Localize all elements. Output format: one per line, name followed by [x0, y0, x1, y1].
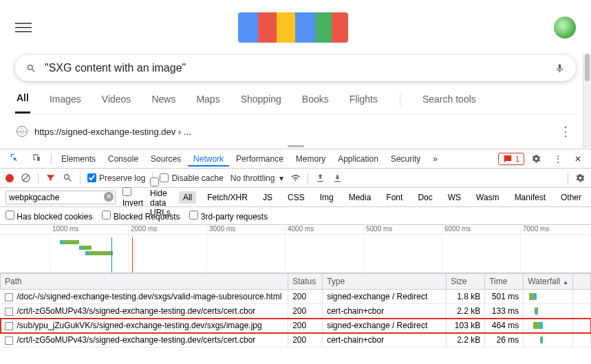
filter-type-wasm[interactable]: Wasm	[472, 191, 504, 204]
request-time: 26 ms	[485, 333, 524, 347]
row-checkbox[interactable]	[5, 308, 13, 316]
filter-type-ws[interactable]: WS	[444, 191, 465, 204]
network-conditions-icon[interactable]	[290, 173, 301, 183]
svg-line-1	[23, 175, 29, 181]
devtools-panel-tabs: Elements Console Sources Network Perform…	[0, 149, 591, 169]
col-waterfall[interactable]: Waterfall	[524, 274, 573, 290]
error-count-badge[interactable]: 1	[498, 153, 524, 165]
panel-elements[interactable]: Elements	[56, 151, 101, 167]
blocked-requests-checkbox[interactable]: Blocked Requests	[102, 211, 180, 222]
row-checkbox[interactable]	[5, 336, 13, 345]
row-checkbox[interactable]	[5, 293, 13, 301]
panel-security[interactable]: Security	[385, 151, 426, 167]
network-filter-row-2: Has blocked cookies Blocked Requests 3rd…	[0, 207, 591, 225]
import-har-icon[interactable]	[315, 173, 325, 183]
request-status: 200	[288, 319, 323, 333]
request-time: 501 ms	[485, 290, 524, 304]
filter-type-font[interactable]: Font	[382, 191, 407, 204]
mic-icon[interactable]	[555, 63, 565, 74]
filter-type-doc[interactable]: Doc	[413, 191, 436, 204]
close-devtools-icon[interactable]: ✕	[569, 151, 587, 167]
globe-icon	[17, 126, 28, 137]
col-end	[573, 274, 591, 290]
table-row[interactable]: /crt/l-zG5oMUPv43/s/signed-exchange-test…	[1, 304, 591, 319]
tab-all[interactable]: All	[15, 92, 30, 114]
panel-console[interactable]: Console	[103, 151, 144, 167]
search-icon	[26, 63, 36, 74]
filter-type-img[interactable]: Img	[316, 191, 338, 204]
tick-label: 1000 ms	[52, 225, 78, 233]
hamburger-menu[interactable]	[15, 19, 32, 36]
tab-flights[interactable]: Flights	[348, 94, 379, 113]
table-row[interactable]: /sub/ypu_jZuGukVK/s/signed-exchange-test…	[1, 319, 591, 333]
search-toggle-icon[interactable]	[63, 173, 73, 183]
clear-button[interactable]	[21, 173, 31, 183]
filter-type-js[interactable]: JS	[259, 191, 277, 204]
request-size: 1.8 kB	[447, 290, 485, 304]
table-row[interactable]: /crt/l-zG5oMUPv43/s/signed-exchange-test…	[1, 333, 591, 347]
tab-videos[interactable]: Videos	[100, 94, 133, 113]
device-toolbar-icon[interactable]	[26, 150, 47, 167]
request-path: /crt/l-zG5oMUPv43/s/signed-exchange-test…	[17, 335, 256, 345]
tab-books[interactable]: Books	[301, 94, 330, 113]
request-status: 200	[288, 290, 323, 304]
col-time[interactable]: Time	[485, 274, 524, 290]
tab-news[interactable]: News	[150, 94, 177, 113]
filter-type-css[interactable]: CSS	[283, 191, 309, 204]
col-path[interactable]: Path	[1, 274, 288, 290]
result-overflow-menu[interactable]: ⋮	[559, 124, 572, 139]
tick-label: 6000 ms	[444, 225, 471, 233]
tab-maps[interactable]: Maps	[195, 94, 221, 113]
blocked-cookies-checkbox[interactable]: Has blocked cookies	[6, 211, 92, 222]
filter-type-manifest[interactable]: Manifest	[511, 191, 550, 204]
filter-type-fetch[interactable]: Fetch/XHR	[203, 191, 252, 204]
export-har-icon[interactable]	[332, 173, 343, 183]
table-row[interactable]: /doc/-/s/signed-exchange-testing.dev/sxg…	[1, 290, 591, 304]
tick-label: 7000 ms	[523, 225, 549, 233]
settings-icon[interactable]	[526, 151, 547, 167]
inspect-element-icon[interactable]	[4, 150, 25, 167]
google-doodle[interactable]	[238, 12, 348, 43]
result-url[interactable]: https://signed-exchange-testing.dev › ..…	[34, 127, 191, 137]
more-panels-icon[interactable]: »	[427, 151, 443, 167]
request-size: 2.2 kB	[447, 304, 485, 319]
filter-type-all[interactable]: All	[179, 191, 196, 204]
account-avatar[interactable]	[554, 17, 576, 39]
row-checkbox[interactable]	[5, 322, 13, 330]
search-input[interactable]	[45, 62, 555, 74]
tab-shopping[interactable]: Shopping	[239, 94, 283, 113]
invert-checkbox[interactable]: Invert	[122, 187, 143, 208]
search-bar[interactable]	[15, 55, 576, 81]
request-type: signed-exchange / Redirect	[323, 319, 447, 333]
col-status[interactable]: Status	[288, 274, 323, 290]
panel-sources[interactable]: Sources	[145, 151, 186, 167]
filter-type-media[interactable]: Media	[345, 191, 376, 204]
third-party-checkbox[interactable]: 3rd-party requests	[189, 211, 268, 222]
panel-network[interactable]: Network	[188, 151, 229, 167]
tab-images[interactable]: Images	[48, 94, 83, 113]
network-toolbar: Preserve log Disable cache No throttling…	[0, 169, 591, 188]
request-type: cert-chain+cbor	[323, 333, 447, 347]
panel-application[interactable]: Application	[332, 151, 384, 167]
filter-input[interactable]	[6, 191, 116, 204]
panel-performance[interactable]: Performance	[230, 151, 289, 167]
request-time: 464 ms	[485, 319, 524, 333]
throttling-select[interactable]: No throttling ▾	[230, 173, 283, 183]
search-tools[interactable]: Search tools	[421, 94, 477, 113]
request-path: /sub/ypu_jZuGukVK/s/signed-exchange-test…	[17, 321, 262, 330]
filter-type-other[interactable]: Other	[557, 191, 585, 204]
preserve-log-checkbox[interactable]: Preserve log	[87, 173, 145, 183]
devtools-drag-handle[interactable]	[15, 143, 576, 149]
network-overview-timeline[interactable]: 1000 ms 2000 ms 3000 ms 4000 ms 5000 ms …	[0, 225, 591, 273]
col-size[interactable]: Size	[447, 274, 485, 290]
page-scrollbar[interactable]	[583, 54, 591, 147]
filter-toggle-icon[interactable]	[45, 173, 56, 183]
record-button[interactable]	[6, 174, 14, 182]
panel-memory[interactable]: Memory	[290, 151, 331, 167]
tick-label: 2000 ms	[131, 225, 157, 233]
network-settings-icon[interactable]	[575, 173, 585, 183]
devtools-menu-icon[interactable]: ⋮	[548, 151, 568, 167]
clear-filter-icon[interactable]: ✕	[104, 192, 114, 202]
col-type[interactable]: Type	[323, 274, 447, 290]
waterfall-bar	[528, 335, 568, 345]
